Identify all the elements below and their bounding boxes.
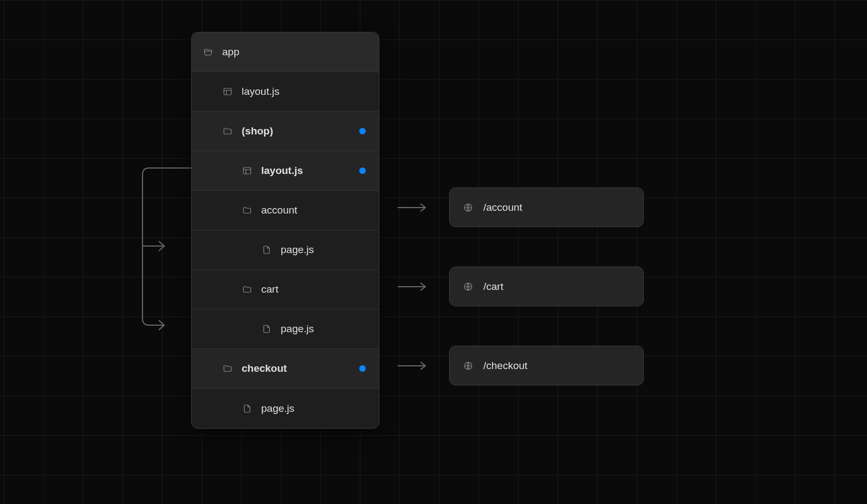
arrow-cart [397,281,429,292]
globe-icon [463,202,474,213]
folder-icon [222,363,233,374]
arrow-account [397,202,429,213]
globe-icon [463,281,474,292]
tree-row-shop-layout[interactable]: layout.js [192,151,379,191]
tree-label: layout.js [261,165,303,177]
route-pill-checkout: /checkout [449,346,644,385]
tree-row-checkout[interactable]: checkout [192,349,379,389]
status-dot [359,167,366,174]
tree-row-cart[interactable]: cart [192,270,379,309]
arrow-checkout [397,360,429,371]
file-tree: app layout.js (shop) layout.js [191,32,379,429]
tree-label: cart [261,283,279,295]
layout-icon [222,86,233,97]
globe-icon [463,360,474,371]
file-icon [261,324,272,334]
route-label: /account [483,202,522,214]
folder-icon [242,205,253,216]
tree-label: page.js [281,323,314,335]
tree-label: page.js [281,244,314,256]
route-label: /checkout [483,360,527,372]
tree-row-app[interactable]: app [192,33,379,72]
tree-row-shop[interactable]: (shop) [192,112,379,151]
tree-label: page.js [261,403,294,415]
tree-label: layout.js [242,86,280,98]
status-dot [359,128,366,134]
diagram-stage: app layout.js (shop) layout.js [0,0,867,504]
tree-row-account[interactable]: account [192,191,379,230]
status-dot [359,365,366,372]
tree-label: (shop) [242,125,273,137]
layout-icon [242,165,253,176]
file-icon [261,244,272,255]
svg-rect-0 [224,88,231,95]
route-pill-cart: /cart [449,267,644,306]
tree-row-layout[interactable]: layout.js [192,72,379,112]
tree-row-checkout-page[interactable]: page.js [192,389,379,428]
folder-icon [242,284,253,295]
route-label: /cart [483,281,503,293]
svg-rect-1 [243,167,251,174]
tree-label: app [222,46,240,58]
tree-label: account [261,204,297,216]
tree-label: checkout [242,363,287,374]
folder-icon [222,126,233,137]
tree-row-cart-page[interactable]: page.js [192,309,379,349]
tree-row-account-page[interactable]: page.js [192,230,379,270]
file-icon [242,403,253,414]
layout-connector-bracket [138,164,192,332]
folder-open-icon [203,47,213,57]
route-pill-account: /account [449,188,644,227]
